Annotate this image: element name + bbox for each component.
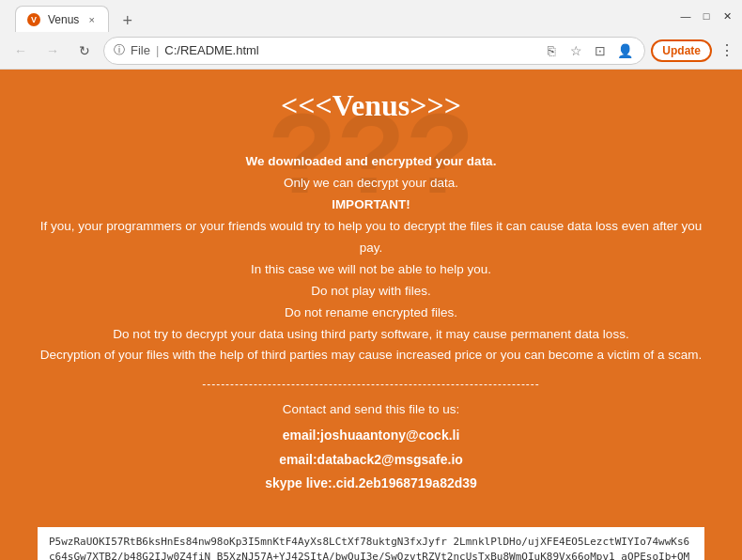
refresh-button[interactable]: ↻ [71,38,98,64]
contact-skype: skype live:.cid.2eb1968719a82d39 [38,472,704,495]
contact-section: Contact and send this file to us: email:… [38,402,704,495]
bookmark-button[interactable]: ☆ [565,40,586,61]
forward-icon: → [46,43,59,58]
back-button[interactable]: ← [8,38,34,64]
tab-title: Venus [48,13,79,26]
line-2: Only we can decrypt your data. [284,176,458,190]
contact-email-1: email:joshuaantony@cock.li [38,424,704,447]
line-5: In this case we will not be able to help… [251,262,491,276]
nav-bar: ← → ↻ ⓘ File | C:/README.html ⎘ ☆ ⊡ 👤 Up… [0,32,742,70]
tab-favicon: V [27,13,40,26]
browser-window: V Venus × + — □ ✕ ← → ↻ ⓘ File | C:/READ… [0,0,742,560]
line-8: Do not try to decrypt your data using th… [113,327,628,341]
contact-email-2: email:databack2@msgsafe.io [38,448,704,472]
page-title: <<<Venus>>> [38,88,704,123]
close-window-button[interactable]: ✕ [719,8,734,23]
divider: ----------------------------------------… [38,378,704,391]
update-button[interactable]: Update [651,39,712,62]
minimize-button[interactable]: — [678,8,693,23]
line-7: Do not rename encrypted files. [285,305,457,319]
forward-button[interactable]: → [39,38,66,64]
content-area: <<<Venus>>> We downloaded and encrypted … [0,70,742,527]
refresh-icon: ↻ [79,43,90,58]
address-actions: ⎘ ☆ ⊡ 👤 [541,40,635,61]
line-1: We downloaded and encrypted your data. [246,154,497,168]
page-content: ??? <<<Venus>>> We downloaded and encryp… [0,70,742,560]
title-bar: V Venus × + — □ ✕ [0,0,742,32]
line-4: If you, your programmers or your friends… [40,219,703,255]
active-tab[interactable]: V Venus × [15,6,109,32]
url-separator: | [156,43,159,57]
url-text: C:/README.html [164,43,535,57]
maximize-button[interactable]: □ [699,8,714,23]
scheme-label: File [131,43,150,57]
contact-label: Contact and send this file to us: [38,402,704,416]
line-3: IMPORTANT! [332,197,410,211]
split-view-button[interactable]: ⊡ [590,40,611,61]
encryption-key: P5wzRaUOKI57RtB6ksHnEs84nw98oKp3I5mnKtF4… [38,527,704,560]
security-icon: ⓘ [114,42,125,58]
line-9: Decryption of your files with the help o… [40,348,703,362]
main-text: We downloaded and encrypted your data. O… [38,151,704,366]
address-bar[interactable]: ⓘ File | C:/README.html ⎘ ☆ ⊡ 👤 [103,37,645,65]
tab-close-button[interactable]: × [86,12,96,27]
back-icon: ← [14,43,27,58]
line-6: Do not play with files. [311,284,431,298]
window-controls: — □ ✕ [678,8,734,23]
new-tab-button[interactable]: + [116,9,139,32]
share-button[interactable]: ⎘ [541,40,562,61]
tab-area: V Venus × + [8,0,678,32]
profile-button[interactable]: 👤 [614,40,635,61]
contact-emails: email:joshuaantony@cock.li email:databac… [38,424,704,495]
browser-menu-button[interactable]: ⋮ [719,41,734,59]
